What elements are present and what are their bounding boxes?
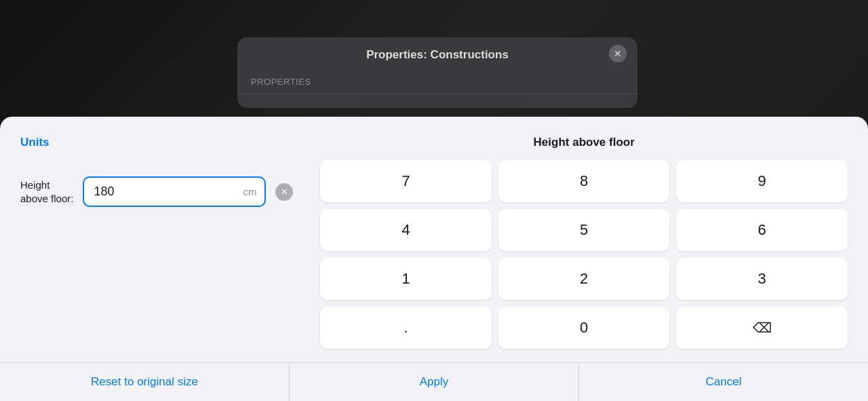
numpad-key-backspace[interactable]: ⌫ — [676, 307, 848, 349]
numpad-key-7[interactable]: 7 — [320, 160, 492, 202]
numpad-key-8[interactable]: 8 — [498, 160, 670, 202]
numpad-key-6[interactable]: 6 — [676, 209, 848, 251]
numpad-key-1[interactable]: 1 — [320, 258, 492, 300]
field-row: Height above floor: cm ✕ — [20, 176, 293, 207]
clear-input-button[interactable]: ✕ — [275, 183, 293, 201]
right-side: Height above floor 7 8 9 4 5 6 1 2 3 . 0… — [320, 136, 848, 349]
panel-content: Units Height above floor: cm ✕ Height ab… — [0, 117, 868, 362]
main-panel: Units Height above floor: cm ✕ Height ab… — [0, 117, 868, 401]
numpad-title: Height above floor — [320, 136, 848, 149]
apply-button[interactable]: Apply — [290, 363, 579, 401]
numpad-key-3[interactable]: 3 — [676, 258, 848, 300]
input-wrapper: cm — [83, 176, 266, 207]
numpad-grid: 7 8 9 4 5 6 1 2 3 . 0 ⌫ — [320, 160, 848, 349]
reset-button[interactable]: Reset to original size — [0, 363, 290, 401]
numpad-key-4[interactable]: 4 — [320, 209, 492, 251]
backspace-icon: ⌫ — [753, 320, 772, 335]
bg-dialog-tab: PROPERTIES — [237, 70, 637, 94]
numpad-key-0[interactable]: 0 — [498, 307, 670, 349]
numpad-key-9[interactable]: 9 — [676, 160, 848, 202]
background-dialog: Properties: Constructions ✕ PROPERTIES — [237, 37, 637, 108]
bg-dialog-titlebar: Properties: Constructions ✕ — [237, 37, 637, 70]
cancel-button[interactable]: Cancel — [579, 363, 868, 401]
units-label: Units — [20, 136, 293, 149]
height-input[interactable] — [83, 176, 266, 207]
action-bar: Reset to original size Apply Cancel — [0, 362, 868, 401]
numpad-key-decimal[interactable]: . — [320, 307, 492, 349]
numpad-key-2[interactable]: 2 — [498, 258, 670, 300]
clear-icon: ✕ — [281, 187, 288, 197]
bg-dialog-title: Properties: Constructions — [366, 48, 509, 62]
numpad-key-5[interactable]: 5 — [498, 209, 670, 251]
field-label: Height above floor: — [20, 178, 73, 205]
left-side: Units Height above floor: cm ✕ — [20, 136, 293, 349]
close-icon: ✕ — [614, 48, 622, 59]
bg-dialog-close-button[interactable]: ✕ — [609, 45, 627, 62]
